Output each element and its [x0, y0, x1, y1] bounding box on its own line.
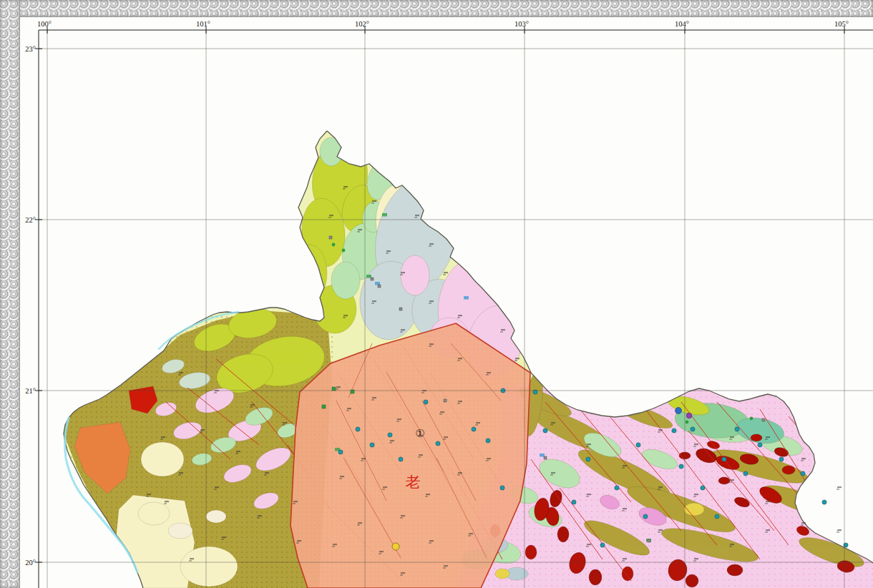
unit-label-mark [357, 524, 360, 526]
unit-label-mark [587, 444, 591, 445]
unit-label-mark [190, 558, 194, 559]
unit-label-mark [440, 411, 444, 413]
mineral-deposit-icon [779, 457, 784, 461]
unit-label-mark [587, 544, 591, 545]
lat-label: 21° [25, 387, 36, 395]
unit-label-mark [693, 560, 696, 562]
unit-label-mark [765, 531, 768, 533]
unit-label-mark [293, 501, 298, 502]
mineral-deposit-icon [691, 427, 695, 431]
unit-label-mark [382, 489, 385, 490]
unit-label-mark [358, 522, 362, 524]
town-square-icon [648, 539, 650, 542]
unit-label-mark [336, 388, 338, 390]
unit-label-mark [146, 496, 149, 497]
unit-label-mark [379, 551, 384, 552]
unit-label-mark [340, 476, 344, 477]
unit-label-mark [361, 460, 364, 461]
unit-label-mark [586, 546, 589, 547]
unit-label-mark [551, 472, 555, 474]
unit-label-mark [837, 486, 842, 488]
unit-label-mark [766, 436, 770, 438]
unit-label-mark [801, 522, 806, 524]
mineral-deposit-icon [758, 443, 762, 447]
unit-label-mark [333, 544, 337, 545]
unit-label-mark [444, 436, 448, 438]
unit-label-mark [215, 486, 219, 488]
unit-label-mark [347, 408, 351, 409]
unit-label-mark [400, 331, 403, 333]
unit-label-mark [694, 494, 698, 495]
mineral-deposit-icon [615, 486, 619, 490]
mineral-deposit-icon [801, 471, 805, 476]
unit-label-mark [429, 343, 434, 345]
unit-label-mark [178, 374, 181, 376]
unit-label-mark [371, 399, 374, 401]
mineral-deposit-icon [338, 450, 343, 454]
unit-label-mark [250, 404, 255, 406]
unit-label-mark [551, 422, 555, 423]
unit-label-mark [179, 372, 183, 373]
unit-label-mark [457, 317, 460, 318]
mineral-deposit-icon [572, 500, 576, 504]
unit-label-mark [458, 315, 462, 316]
unit-label-mark [801, 524, 804, 526]
unit-label-mark [258, 515, 262, 516]
unit-label-mark [730, 479, 734, 481]
unit-label-mark [214, 489, 217, 490]
unit-label-mark [336, 386, 341, 388]
unit-label-mark [401, 272, 405, 273]
unit-label-mark [658, 489, 660, 490]
mineral-deposit-icon [636, 443, 640, 447]
unit-label-mark [421, 392, 424, 393]
unit-label-mark [372, 200, 376, 202]
unit-label-mark [236, 451, 240, 452]
map-sheet: ① 老 100° 101° 102° 103° [0, 0, 873, 588]
unit-label-mark [264, 474, 267, 476]
mineral-deposit-icon [715, 514, 719, 519]
deposit-square-icon [332, 387, 336, 391]
town-square-icon [371, 278, 374, 280]
unit-label-mark [189, 560, 192, 562]
unit-label-mark [179, 472, 183, 474]
unit-label-mark [372, 397, 376, 398]
fault-line [817, 445, 873, 501]
unit-label-mark [622, 560, 625, 562]
unit-label-mark [729, 481, 732, 483]
unit-label-mark [400, 574, 403, 576]
unit-label-mark [343, 317, 346, 318]
unit-label-mark [429, 303, 431, 304]
unit-label-mark [486, 460, 489, 461]
unit-label-mark [486, 374, 489, 376]
unit-label-mark [622, 510, 625, 511]
mineral-deposit-icon [643, 514, 648, 519]
unit-label-mark [383, 486, 387, 488]
mineral-deposit-icon [543, 428, 547, 433]
unit-label-mark [178, 474, 181, 476]
placename-tag [464, 296, 469, 300]
mineral-deposit-icon [370, 443, 374, 447]
yellow-deposit-icon [392, 543, 399, 550]
unit-label-mark [329, 215, 333, 216]
unit-label-mark [147, 494, 151, 495]
unit-label-mark [439, 413, 442, 415]
unit-label-mark [475, 424, 478, 426]
mineral-deposit-icon [424, 400, 428, 404]
mineral-deposit-icon [679, 464, 683, 469]
unit-label-mark [468, 535, 471, 536]
unit-label-mark [357, 231, 360, 232]
unit-label-mark [729, 546, 732, 547]
unit-label-mark [358, 229, 362, 230]
green-deposit-icon [332, 243, 336, 247]
unit-label-mark [283, 422, 287, 423]
unit-label-mark [658, 529, 663, 531]
unit-label-mark [346, 410, 349, 411]
unit-label-mark [550, 424, 553, 426]
blue-deposit-icon [676, 408, 682, 414]
ornate-frame-left [0, 0, 20, 588]
unit-label-mark [458, 358, 462, 359]
unit-label-mark [425, 496, 428, 497]
deposit-square-icon [322, 405, 326, 408]
town-square-icon [378, 285, 381, 288]
town-square-icon [329, 236, 332, 239]
